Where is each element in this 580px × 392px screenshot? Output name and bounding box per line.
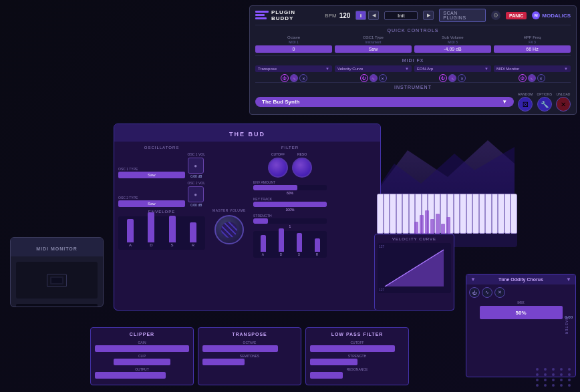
clipper-clip-bar[interactable] [114,359,170,365]
control-osc1-value[interactable]: Saw [335,45,412,53]
lowpass-strength-bar[interactable] [310,359,357,365]
fx-wave-4[interactable]: ∿ [528,74,536,82]
clipper-gain-label: GAIN [95,341,189,345]
lowpass-resonance-bar[interactable] [310,372,343,379]
piano-white-key-16[interactable] [479,194,486,234]
fx-wave-3[interactable]: ∿ [448,74,456,82]
app-logo: PLUGIN BUDDY [255,9,319,21]
decoration-dot-0 [536,368,539,371]
clipper-title: CLIPPER [95,332,189,337]
envelope-bar-s[interactable]: S [163,216,182,247]
fx-power-2[interactable]: ⏻ [360,74,368,82]
adsr-bar-d[interactable]: D [273,228,289,256]
adsr-bar-r[interactable]: R [309,238,325,256]
lowpass-resonance-row: RESONANCE [310,367,404,379]
transpose-octave-bar[interactable] [202,345,278,352]
play-button[interactable]: ▶ [423,11,434,20]
modalics-label: MODALICS [542,13,571,19]
chorus-wave-btn[interactable]: ∿ [482,287,492,298]
settings-button[interactable]: ⚙ [491,11,500,20]
panic-button[interactable]: PANIC [506,12,527,19]
cutoff-knob[interactable] [268,158,288,178]
piano-white-key-21[interactable] [511,194,517,234]
envelope-bar-r[interactable]: R [184,222,202,247]
init-display[interactable]: Init [384,11,418,20]
filter-section-label: FILTER [253,146,327,150]
osc2-vol-knob[interactable]: ● [188,186,204,202]
master-vol-knob[interactable] [214,215,244,244]
scan-plugins-button[interactable]: SCAN PLUGINS [439,9,486,22]
piano-white-key-13[interactable] [460,194,466,234]
osc1-vol-knob[interactable]: ● [188,158,204,174]
control-subvol-sublabel: MIDI 3 [414,40,491,44]
chorus-mix-bar[interactable]: 50% [480,306,563,319]
transpose-panel: TRANSPOSE OCTAVE SEMITONES [198,327,301,385]
fx-close-4[interactable]: ✕ [537,74,545,82]
bud-panel-title: THE BUD [229,131,265,138]
options-button[interactable]: OPTIONS 🔧 [537,92,552,112]
piano-white-key-4[interactable] [402,194,409,234]
env-amount-bar[interactable] [253,185,327,190]
envelope-bar-d[interactable]: D [142,212,160,247]
fx-wave-2[interactable]: ∿ [370,74,378,82]
rewind-button[interactable]: ◀ [368,11,379,20]
fx-power-1[interactable]: ⏻ [281,74,289,82]
fx-close-2[interactable]: ✕ [379,74,387,82]
unload-button[interactable]: UNLOAD ✕ [556,92,571,112]
fx-close-1[interactable]: ✕ [299,74,307,82]
random-label: RANDOM [518,92,533,96]
clipper-gain-bar[interactable] [95,345,189,352]
fx-wave-1[interactable]: ∿ [290,74,298,82]
osc2-type-value[interactable]: Saw [118,200,185,207]
decoration-dot-17 [552,384,555,387]
vel-label-bottom: 127 [379,288,384,292]
env-bar-label-d: D [150,243,152,247]
piano-white-key-14[interactable] [466,194,473,234]
piano-white-key-0[interactable] [377,194,384,234]
modalics-icon: M [532,11,540,19]
random-button[interactable]: RANDOM ⚄ [518,92,533,112]
osc1-type-value[interactable]: Saw [118,172,185,178]
adsr-label-a: A [262,252,264,256]
instrument-name-text: The Bud Synth [262,99,299,105]
piano-white-key-17[interactable] [485,194,492,234]
strength-bar[interactable] [253,218,327,224]
clipper-output-bar[interactable] [95,372,166,379]
piano-white-key-18[interactable] [492,194,498,234]
envelope-section: ENVELOPE ADSR [118,210,205,250]
clipper-output-row: OUTPUT [95,367,189,379]
adsr-label-d: D [280,252,283,256]
env-amount-value: 60% [253,191,327,195]
chorus-power-btn[interactable]: ⏻ [469,287,480,298]
pause-icon: ⏸ [359,13,364,18]
fx-close-3[interactable]: ✕ [458,74,466,82]
piano-white-key-2[interactable] [390,194,396,234]
midi-fx-eonarp: EON-Arp ▼ [414,65,491,72]
piano-white-key-19[interactable] [498,194,504,234]
chorus-mix-section: MIX 50% [469,301,573,319]
play-icon: ▶ [427,13,430,18]
adsr-bar-s[interactable]: S [291,233,307,256]
control-subvol-value[interactable]: -4.09 dB [414,45,491,53]
transpose-semitones-bar[interactable] [202,359,245,365]
instrument-name-display[interactable]: The Bud Synth ▼ [255,97,514,107]
bpm-value[interactable]: 120 [339,12,351,19]
control-octave-value[interactable]: 0 [255,45,332,53]
clipper-output-label: OUTPUT [95,367,189,371]
piano-white-key-1[interactable] [384,194,390,234]
play-section: ▶ [423,11,434,20]
bud-synth-panel: THE BUD OSCILLATORS OSC 1 TYPE Saw OSC 1… [114,124,381,311]
fx-power-3[interactable]: ⏻ [439,74,447,82]
adsr-bar-a[interactable]: A [255,235,271,256]
control-hpf-value[interactable]: 66 Hz [494,45,571,53]
chorus-close-btn[interactable]: ✕ [494,287,505,298]
envelope-bar-a[interactable]: A [121,219,140,247]
key-track-bar[interactable] [253,202,327,207]
piano-white-key-20[interactable] [504,194,511,234]
pause-button[interactable]: ⏸ [355,11,366,20]
piano-white-key-15[interactable] [472,194,479,234]
reso-knob[interactable] [292,158,312,178]
lowpass-cutoff-bar[interactable] [310,345,395,352]
fx-power-4[interactable]: ⏻ [519,74,527,82]
piano-white-key-3[interactable] [396,194,403,234]
